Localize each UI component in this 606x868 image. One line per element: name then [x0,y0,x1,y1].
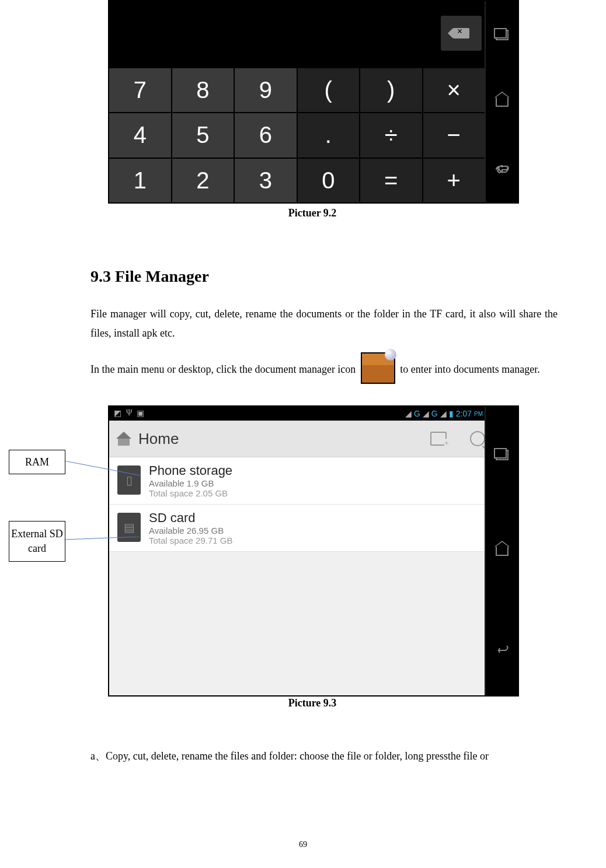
calc-key-1[interactable]: 1 [109,159,171,202]
recent-apps-icon[interactable] [495,449,509,461]
sd-card-icon: ▤ [117,513,141,542]
breadcrumb-home: Home [138,430,430,448]
home-icon[interactable] [495,96,509,108]
file-manager-screenshot: ◩ Ψ ▣ ◢ G ◢ G ◢ ▮ 2:07 PM Home ▯ [108,405,519,696]
calc-key-3[interactable]: 3 [235,159,297,202]
para2-part-b: to enter into documents manager. [400,363,539,375]
new-folder-button[interactable] [430,432,447,446]
calc-key-multiply[interactable]: × [423,68,485,112]
android-icon: ▣ [137,408,144,418]
calc-key-0[interactable]: 0 [298,159,360,202]
calc-key-minus[interactable]: − [423,113,485,157]
calc-key-rparen[interactable]: ) [360,68,422,112]
calculator-screenshot: 7 8 9 ( ) × 4 5 6 . ÷ − 1 2 3 0 = + [108,0,519,204]
signal-icon-2: ◢ [440,409,447,419]
calc-key-plus[interactable]: + [423,159,485,202]
calc-delete-button[interactable] [441,16,482,51]
battery-icon: ▮ [449,409,454,419]
status-bar: ◩ Ψ ▣ ◢ G ◢ G ◢ ▮ 2:07 PM [109,407,518,421]
annotation-sd: External SD card [9,521,65,562]
calc-key-lparen[interactable]: ( [298,68,360,112]
calc-key-6[interactable]: 6 [235,113,297,157]
status-ampm: PM [474,411,483,417]
system-navbar-2 [485,407,518,695]
section-paragraph-2: In the main menu or desktop, click the d… [90,355,558,386]
page-number: 69 [0,840,606,849]
sd-card-total: Total space 29.71 GB [149,536,232,545]
calc-key-8[interactable]: 8 [172,68,234,112]
phone-storage-icon: ▯ [117,466,141,495]
calc-key-5[interactable]: 5 [172,113,234,157]
search-button[interactable] [470,431,485,446]
section-heading: 9.3 File Manager [90,267,209,286]
file-manager-app-icon [361,352,395,384]
calc-key-divide[interactable]: ÷ [360,113,422,157]
calc-key-dot[interactable]: . [298,113,360,157]
wifi-icon: ◢ [405,409,412,419]
calc-display [109,1,518,68]
recent-apps-icon[interactable] [495,29,509,41]
backspace-icon [453,28,469,38]
section-paragraph-1: File manager will copy, cut, delete, ren… [90,304,558,343]
network-g-icon-2: G [431,409,438,418]
annotation-ram: RAM [9,450,65,474]
phone-storage-title: Phone storage [149,463,232,478]
home-icon[interactable] [495,545,509,557]
figure-caption-93: Picture 9.3 [108,697,517,709]
home-folder-icon[interactable] [116,432,131,446]
para2-part-a: In the main menu or desktop, click the d… [90,363,358,375]
calc-key-9[interactable]: 9 [235,68,297,112]
status-icon: ◩ [114,408,121,418]
signal-icon: ◢ [423,409,429,419]
calc-key-2[interactable]: 2 [172,159,234,202]
sd-card-available: Available 26.95 GB [149,526,232,536]
calc-key-equals[interactable]: = [360,159,422,202]
system-navbar [485,1,518,202]
storage-list: ▯ Phone storage Available 1.9 GB Total s… [109,457,518,552]
file-manager-header: Home [109,421,518,457]
back-icon[interactable] [495,163,509,175]
status-time: 2:07 [456,409,472,418]
section-paragraph-3: a、Copy, cut, delete, rename the files an… [90,747,558,766]
figure-caption-92: Pictuer 9.2 [108,207,517,219]
phone-storage-total: Total space 2.05 GB [149,488,232,498]
calc-keypad: 7 8 9 ( ) × 4 5 6 . ÷ − 1 2 3 0 = + [109,68,485,202]
storage-item-sd[interactable]: ▤ SD card Available 26.95 GB Total space… [109,505,518,552]
calc-key-7[interactable]: 7 [109,68,171,112]
back-icon[interactable] [495,642,509,653]
calc-key-4[interactable]: 4 [109,113,171,157]
usb-icon: Ψ [126,408,132,418]
sd-card-title: SD card [149,510,232,526]
phone-storage-available: Available 1.9 GB [149,478,232,488]
network-g-icon: G [414,409,420,418]
storage-item-phone[interactable]: ▯ Phone storage Available 1.9 GB Total s… [109,457,518,505]
